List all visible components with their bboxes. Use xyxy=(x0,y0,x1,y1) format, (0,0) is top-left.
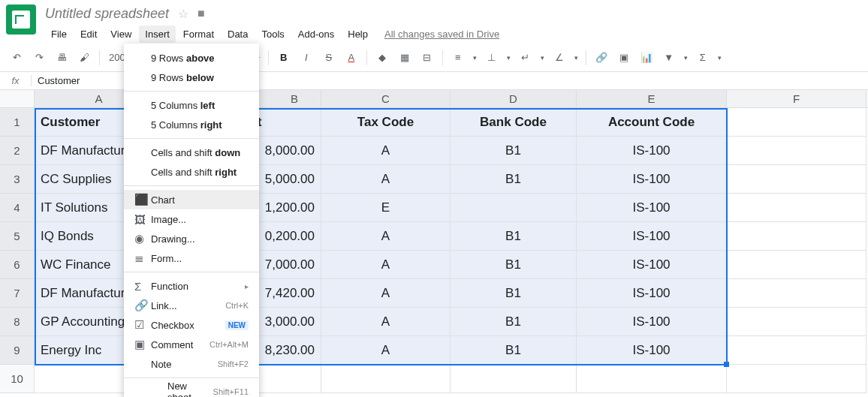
cell-C3[interactable]: A xyxy=(321,165,451,194)
row-header-4[interactable]: 4 xyxy=(0,194,35,222)
star-icon[interactable]: ☆ xyxy=(178,7,188,21)
filter-button[interactable]: ▼ xyxy=(659,47,680,68)
redo-button[interactable]: ↷ xyxy=(29,47,50,68)
menu-format[interactable]: Format xyxy=(177,26,220,43)
cell-C6[interactable]: A xyxy=(321,251,451,279)
cell-D10[interactable] xyxy=(451,365,577,393)
menu-data[interactable]: Data xyxy=(222,26,254,43)
menu-item-checkbox[interactable]: ☑CheckboxNEW xyxy=(124,315,259,335)
cell-C1[interactable]: Tax Code xyxy=(321,108,451,137)
selection-handle[interactable] xyxy=(724,362,729,367)
cell-E2[interactable]: IS-100 xyxy=(577,137,727,165)
cell-C9[interactable]: A xyxy=(321,336,451,365)
row-header-9[interactable]: 9 xyxy=(0,336,35,365)
menu-item-function[interactable]: ΣFunction▸ xyxy=(124,276,259,296)
row-header-7[interactable]: 7 xyxy=(0,279,35,308)
menu-item-right[interactable]: Cells and shift right xyxy=(124,162,259,182)
sheets-logo[interactable] xyxy=(6,5,36,35)
select-all-corner[interactable] xyxy=(0,90,35,107)
cell-F7[interactable] xyxy=(727,279,866,308)
cell-E8[interactable]: IS-100 xyxy=(577,308,727,336)
saved-status[interactable]: All changes saved in Drive xyxy=(384,29,499,40)
row-header-2[interactable]: 2 xyxy=(0,137,35,165)
rotate-button[interactable]: ∠ xyxy=(549,47,570,68)
cell-C4[interactable]: E xyxy=(321,194,451,222)
cell-E4[interactable]: IS-100 xyxy=(577,194,727,222)
cell-E9[interactable]: IS-100 xyxy=(577,336,727,365)
cell-F5[interactable] xyxy=(727,222,866,251)
doc-title[interactable]: Untitled spreadsheet xyxy=(45,6,169,22)
col-header-C[interactable]: C xyxy=(321,90,451,107)
valign-button[interactable]: ⊥ xyxy=(481,47,502,68)
cell-D5[interactable]: B1 xyxy=(451,222,577,251)
cell-E7[interactable]: IS-100 xyxy=(577,279,727,308)
italic-button[interactable]: I xyxy=(296,47,317,68)
cell-D7[interactable]: B1 xyxy=(451,279,577,308)
chart-button[interactable]: 📊 xyxy=(636,47,657,68)
comment-button[interactable]: ▣ xyxy=(613,47,634,68)
cell-F2[interactable] xyxy=(727,137,866,165)
print-button[interactable]: 🖶 xyxy=(51,47,72,68)
menu-item-right[interactable]: 5 Columns right xyxy=(124,115,259,134)
menu-help[interactable]: Help xyxy=(342,26,374,43)
menu-edit[interactable]: Edit xyxy=(74,26,103,43)
halign-button[interactable]: ≡ xyxy=(448,47,469,68)
row-header-8[interactable]: 8 xyxy=(0,308,35,336)
cell-E5[interactable]: IS-100 xyxy=(577,222,727,251)
cell-F6[interactable] xyxy=(727,251,866,279)
cell-C10[interactable] xyxy=(321,365,451,393)
menu-view[interactable]: View xyxy=(104,26,137,43)
col-header-F[interactable]: F xyxy=(727,90,866,107)
cell-F3[interactable] xyxy=(727,165,866,194)
cell-D8[interactable]: B1 xyxy=(451,308,577,336)
folder-icon[interactable]: ■ xyxy=(197,7,205,20)
strike-button[interactable]: S xyxy=(318,47,339,68)
menu-item-chart[interactable]: ⬛Chart xyxy=(124,190,259,209)
menu-addons[interactable]: Add-ons xyxy=(292,26,340,43)
menu-item-above[interactable]: 9 Rows above xyxy=(124,48,259,68)
cell-D1[interactable]: Bank Code xyxy=(451,108,577,137)
menu-item-drawing-[interactable]: ◉Drawing... xyxy=(124,229,259,248)
cell-F4[interactable] xyxy=(727,194,866,222)
cell-C8[interactable]: A xyxy=(321,308,451,336)
cell-E1[interactable]: Account Code xyxy=(577,108,727,137)
cell-D3[interactable]: B1 xyxy=(451,165,577,194)
cell-E3[interactable]: IS-100 xyxy=(577,165,727,194)
menu-item-note[interactable]: NoteShift+F2 xyxy=(124,354,259,374)
cell-C7[interactable]: A xyxy=(321,279,451,308)
borders-button[interactable]: ▦ xyxy=(394,47,415,68)
link-button[interactable]: 🔗 xyxy=(591,47,612,68)
cell-C2[interactable]: A xyxy=(321,137,451,165)
menu-insert[interactable]: Insert xyxy=(139,26,176,43)
cell-F8[interactable] xyxy=(727,308,866,336)
menu-item-left[interactable]: 5 Columns left xyxy=(124,95,259,115)
menu-item-comment[interactable]: ▣CommentCtrl+Alt+M xyxy=(124,335,259,354)
text-color-button[interactable]: A xyxy=(341,47,362,68)
cell-C5[interactable]: A xyxy=(321,222,451,251)
menu-item-image-[interactable]: 🖼Image... xyxy=(124,209,259,229)
cell-F9[interactable] xyxy=(727,336,866,365)
bold-button[interactable]: B xyxy=(273,47,294,68)
wrap-button[interactable]: ↵ xyxy=(515,47,536,68)
functions-button[interactable]: Σ xyxy=(692,47,713,68)
cell-D6[interactable]: B1 xyxy=(451,251,577,279)
menu-item-new-sheet[interactable]: New sheetShift+F11 xyxy=(124,382,259,397)
row-header-3[interactable]: 3 xyxy=(0,165,35,194)
cell-D2[interactable]: B1 xyxy=(451,137,577,165)
col-header-E[interactable]: E xyxy=(577,90,727,107)
col-header-D[interactable]: D xyxy=(451,90,577,107)
menu-tools[interactable]: Tools xyxy=(255,26,290,43)
row-header-5[interactable]: 5 xyxy=(0,222,35,251)
paint-format-button[interactable]: 🖌 xyxy=(74,47,95,68)
cell-E10[interactable] xyxy=(577,365,727,393)
merge-button[interactable]: ⊟ xyxy=(417,47,438,68)
menu-item-down[interactable]: Cells and shift down xyxy=(124,143,259,162)
cell-F10[interactable] xyxy=(727,365,866,393)
cell-D4[interactable] xyxy=(451,194,577,222)
menu-file[interactable]: File xyxy=(45,26,73,43)
row-header-10[interactable]: 10 xyxy=(0,365,35,393)
cell-D9[interactable]: B1 xyxy=(451,336,577,365)
fill-color-button[interactable]: ◆ xyxy=(372,47,393,68)
row-header-1[interactable]: 1 xyxy=(0,108,35,137)
row-header-6[interactable]: 6 xyxy=(0,251,35,279)
